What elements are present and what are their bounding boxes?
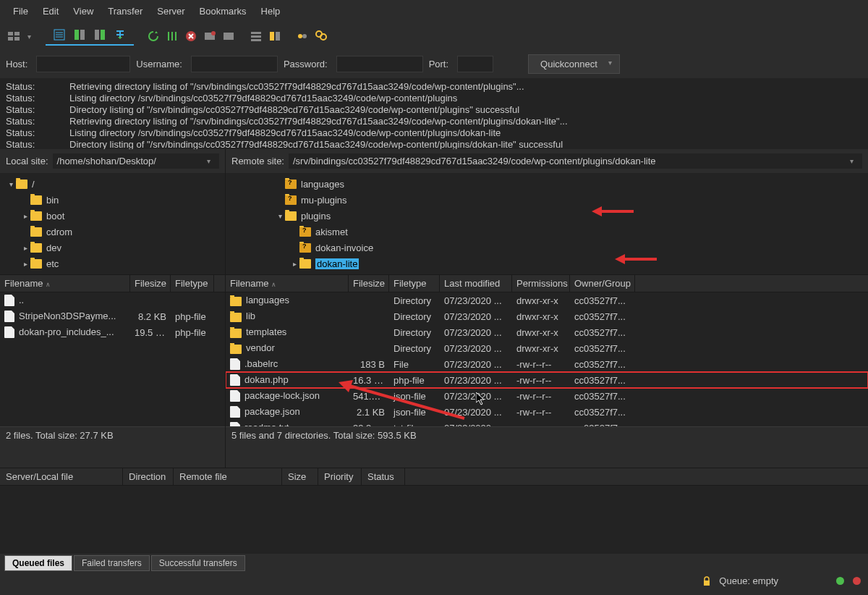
menu-bookmarks[interactable]: Bookmarks (192, 3, 254, 20)
tree-item[interactable]: ▸dev (0, 240, 225, 256)
site-dropdown[interactable]: ▾ (25, 33, 34, 41)
queue-col[interactable]: Server/Local file (0, 468, 123, 485)
compare-button[interactable] (267, 28, 283, 44)
tree-item[interactable]: ▾plugins (226, 208, 868, 224)
reconnect-button[interactable] (221, 28, 237, 44)
tree-expander[interactable]: ▸ (289, 260, 299, 268)
col-filesize[interactable]: Filesize (349, 275, 389, 292)
sync-browsing-button[interactable] (294, 28, 310, 44)
remote-file-list[interactable]: languagesDirectory07/23/2020 ...drwxr-xr… (226, 292, 868, 426)
folder-icon (285, 195, 297, 205)
tree-item[interactable]: ▸bin (0, 192, 225, 208)
username-input[interactable] (191, 56, 278, 72)
remote-site-bar: Remote site: /srv/bindings/cc03527f79df4… (226, 149, 868, 173)
chevron-down-icon[interactable]: ▾ (846, 157, 858, 165)
queue-tab[interactable]: Successful transfers (151, 555, 245, 571)
col-permissions[interactable]: Permissions (512, 275, 570, 292)
refresh-button[interactable] (145, 28, 161, 44)
file-row[interactable]: languagesDirectory07/23/2020 ...drwxr-xr… (226, 292, 868, 308)
queue-col[interactable]: Status (362, 468, 405, 485)
toggle-log-button[interactable] (51, 27, 67, 43)
file-row[interactable]: .babelrc183 BFile07/23/2020 ...-rw-r--r-… (226, 356, 868, 372)
tree-item[interactable]: ▸etc (0, 256, 225, 271)
tree-expander[interactable]: ▸ (20, 260, 30, 268)
tree-item[interactable]: ▸boot (0, 208, 225, 224)
chevron-down-icon[interactable]: ▾ (203, 157, 215, 165)
file-icon (4, 295, 14, 306)
file-row[interactable]: dokan.php16.3 KBphp-file07/23/2020 ...-r… (226, 372, 868, 388)
tree-item[interactable]: ▸dokan-invoice (226, 240, 868, 256)
col-filename[interactable]: Filename∧ (0, 275, 130, 292)
menu-help[interactable]: Help (254, 3, 288, 20)
menu-bar: FileEditViewTransferServerBookmarksHelp (0, 0, 868, 22)
tree-item[interactable]: ▾/ (0, 176, 225, 192)
queue-col[interactable]: Priority (318, 468, 362, 485)
col-owner[interactable]: Owner/Group (570, 275, 635, 292)
menu-transfer[interactable]: Transfer (101, 3, 150, 20)
remote-tree[interactable]: ▸languages▸mu-plugins▾plugins▸akismet▸do… (226, 173, 868, 274)
tree-item[interactable]: ▸languages (226, 176, 868, 192)
remote-file-header[interactable]: Filename∧ Filesize Filetype Last modifie… (226, 275, 868, 292)
password-input[interactable] (336, 56, 423, 72)
local-tree[interactable]: ▾/▸bin▸boot▸cdrom▸dev▸etc (0, 173, 225, 274)
toggle-local-tree-button[interactable] (72, 27, 88, 43)
col-filetype[interactable]: Filetype (389, 275, 440, 292)
queue-col[interactable]: Direction (123, 468, 174, 485)
search-button[interactable] (313, 28, 329, 44)
file-row[interactable]: dokan-pro_includes_...19.5 KBphp-file (0, 324, 225, 340)
file-row[interactable]: templatesDirectory07/23/2020 ...drwxr-xr… (226, 324, 868, 340)
menu-view[interactable]: View (66, 3, 101, 20)
filter-button[interactable] (248, 28, 264, 44)
port-input[interactable] (457, 56, 493, 72)
site-manager-button[interactable] (6, 28, 22, 44)
file-row[interactable]: readme.txt33.3 KBtxt-file07/23/2020 ...-… (226, 420, 868, 426)
queue-col[interactable]: Remote file (174, 468, 282, 485)
tree-expander[interactable]: ▾ (6, 180, 16, 188)
tree-item[interactable]: ▸dokan-lite (226, 256, 868, 271)
file-row[interactable]: .. (0, 292, 225, 308)
tree-expander[interactable]: ▸ (20, 212, 30, 220)
tree-expander[interactable]: ▸ (20, 244, 30, 252)
folder-icon (30, 227, 42, 237)
tree-item[interactable]: ▸mu-plugins (226, 192, 868, 208)
status-log[interactable]: Status:Retrieving directory listing of "… (0, 78, 868, 149)
menu-server[interactable]: Server (150, 3, 192, 20)
folder-icon (230, 345, 242, 354)
file-row[interactable]: package-lock.json541.8 KBjson-file07/23/… (226, 388, 868, 404)
menu-file[interactable]: File (6, 3, 35, 20)
tree-item[interactable]: ▸cdrom (0, 224, 225, 240)
queue-body[interactable] (0, 486, 868, 554)
file-row[interactable]: vendorDirectory07/23/2020 ...drwxr-xr-xc… (226, 340, 868, 356)
folder-icon (230, 297, 242, 306)
quickconnect-button[interactable]: Quickconnect (528, 54, 620, 74)
host-input[interactable] (36, 56, 130, 72)
local-site-bar: Local site: /home/shohan/Desktop/ ▾ (0, 149, 225, 173)
menu-edit[interactable]: Edit (35, 3, 66, 20)
disconnect-button[interactable] (202, 28, 218, 44)
host-label: Host: (6, 59, 30, 69)
local-file-list[interactable]: ..StripeNon3DSPayme...8.2 KBphp-filedoka… (0, 292, 225, 426)
tree-item[interactable]: ▸akismet (226, 224, 868, 240)
remote-path-input[interactable]: /srv/bindings/cc03527f79df48829cd767d15a… (289, 153, 862, 169)
queue-tab[interactable]: Failed transfers (74, 555, 150, 571)
queue-tab[interactable]: Queued files (4, 555, 72, 571)
tree-expander[interactable]: ▾ (275, 212, 285, 220)
cancel-button[interactable] (183, 28, 199, 44)
queue-col[interactable]: Size (282, 468, 318, 485)
col-filetype[interactable]: Filetype (171, 275, 214, 292)
queue-header[interactable]: Server/Local fileDirectionRemote fileSiz… (0, 468, 868, 486)
local-path-input[interactable]: /home/shohan/Desktop/ ▾ (53, 153, 219, 169)
toggle-queue-button[interactable] (112, 27, 128, 43)
local-file-header[interactable]: Filename∧ Filesize Filetype (0, 275, 225, 292)
file-row[interactable]: package.json2.1 KBjson-file07/23/2020 ..… (226, 404, 868, 420)
col-filesize[interactable]: Filesize (130, 275, 171, 292)
col-modified[interactable]: Last modified (440, 275, 512, 292)
process-queue-button[interactable] (164, 28, 180, 44)
status-line: Status:Retrieving directory listing of "… (6, 116, 862, 127)
col-filename[interactable]: Filename∧ (226, 275, 349, 292)
file-row[interactable]: libDirectory07/23/2020 ...drwxr-xr-xcc03… (226, 308, 868, 324)
folder-icon (16, 180, 27, 189)
file-row[interactable]: StripeNon3DSPayme...8.2 KBphp-file (0, 308, 225, 324)
toggle-remote-tree-button[interactable] (92, 27, 108, 43)
folder-icon (230, 313, 242, 322)
